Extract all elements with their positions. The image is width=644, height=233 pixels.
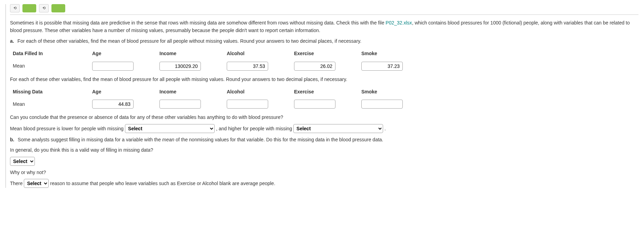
- part-a-letter: a.: [10, 38, 14, 44]
- part-b-prompt: b. Some analysts suggest filling in miss…: [10, 136, 638, 143]
- col-smoke: Smoke: [359, 48, 426, 59]
- sentence-part-3: .: [384, 126, 386, 131]
- col-age: Age: [89, 86, 157, 98]
- missing-exercise-input[interactable]: [294, 100, 335, 109]
- valid-select[interactable]: Select: [10, 157, 35, 166]
- valid-question: In general, do you think this is a valid…: [10, 146, 638, 154]
- missing-header: Missing Data: [10, 86, 89, 98]
- col-income: Income: [157, 48, 224, 59]
- conclusion-question: Can you conclude that the presence or ab…: [10, 113, 638, 121]
- col-alcohol: Alcohol: [224, 48, 291, 59]
- mean-label: Mean: [10, 98, 89, 111]
- file-link[interactable]: P02_32.xlsx: [386, 20, 412, 26]
- toolbar-button-1[interactable]: [22, 4, 36, 12]
- part-b-letter: b.: [10, 137, 14, 142]
- missing-income-input[interactable]: [159, 100, 201, 109]
- mean-italic: mean: [162, 137, 174, 142]
- filled-header: Data Filled In: [10, 48, 89, 59]
- missing-smoke-input[interactable]: [361, 100, 403, 109]
- there-part-1: There: [10, 181, 24, 186]
- toolbar-icon-2[interactable]: ⟲: [39, 4, 49, 12]
- filled-exercise-input[interactable]: [294, 62, 335, 71]
- table-row: Missing Data Age Income Alcohol Exercise…: [10, 86, 426, 98]
- table-row: Mean: [10, 60, 426, 73]
- data-filled-table: Data Filled In Age Income Alcohol Exerci…: [10, 48, 426, 72]
- conclusion-sentence: Mean blood pressure is lower for people …: [10, 124, 638, 133]
- valid-select-row: Select: [10, 157, 638, 166]
- there-sentence: There Select reason to assume that peopl…: [10, 179, 638, 188]
- mean-label: Mean: [10, 60, 89, 73]
- top-toolbar: ⟲ ⟲: [10, 4, 638, 15]
- missing-lower-select[interactable]: Select: [125, 124, 215, 133]
- sentence-part-1: Mean blood pressure is lower for people …: [10, 126, 125, 131]
- sentence-part-2: , and higher for people with missing: [216, 126, 293, 131]
- missing-data-table: Missing Data Age Income Alcohol Exercise…: [10, 86, 426, 111]
- col-exercise: Exercise: [291, 48, 359, 59]
- part-a-prompt: a. For each of these other variables, fi…: [10, 37, 638, 45]
- missing-higher-select[interactable]: Select: [293, 124, 383, 133]
- toolbar-button-2[interactable]: [51, 4, 65, 12]
- toolbar-icon-1[interactable]: ⟲: [10, 4, 20, 12]
- there-part-2: reason to assume that people who leave v…: [50, 181, 275, 186]
- part-b-before-italic: Some analysts suggest filling in missing…: [18, 137, 162, 142]
- filled-age-input[interactable]: [92, 62, 134, 71]
- filled-smoke-input[interactable]: [361, 62, 403, 71]
- filled-alcohol-input[interactable]: [227, 62, 268, 71]
- table-row: Mean: [10, 98, 426, 111]
- part-a-prompt2: For each of these other variables, find …: [10, 75, 638, 83]
- col-age: Age: [89, 48, 157, 59]
- col-income: Income: [157, 86, 224, 98]
- intro-paragraph: Sometimes it is possible that missing da…: [10, 19, 638, 34]
- part-a-prompt-text: For each of these other variables, find …: [18, 38, 362, 44]
- why-question: Why or why not?: [10, 169, 638, 176]
- col-exercise: Exercise: [291, 86, 359, 98]
- col-alcohol: Alcohol: [224, 86, 291, 98]
- table-row: Data Filled In Age Income Alcohol Exerci…: [10, 48, 426, 59]
- filled-income-input[interactable]: [159, 62, 201, 71]
- missing-age-input[interactable]: [92, 100, 134, 109]
- part-b-after-italic: of the nonmissing values for that variab…: [174, 137, 383, 142]
- missing-alcohol-input[interactable]: [227, 100, 268, 109]
- there-select[interactable]: Select: [24, 179, 49, 188]
- col-smoke: Smoke: [359, 86, 426, 98]
- intro-text-before: Sometimes it is possible that missing da…: [10, 20, 386, 26]
